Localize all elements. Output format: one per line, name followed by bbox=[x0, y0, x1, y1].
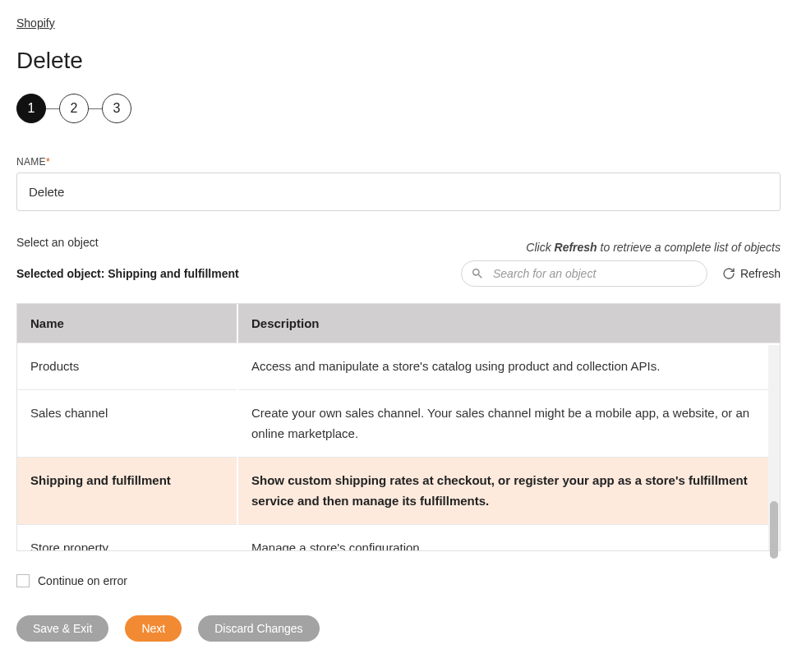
refresh-helper-text: Click Refresh to retrieve a complete lis… bbox=[526, 241, 781, 254]
column-header-description: Description bbox=[237, 304, 780, 343]
continue-on-error-label: Continue on error bbox=[38, 574, 127, 587]
table-row[interactable]: Shipping and fulfillmentShow custom ship… bbox=[17, 457, 780, 524]
step-3[interactable]: 3 bbox=[102, 94, 131, 123]
discard-changes-button[interactable]: Discard Changes bbox=[198, 615, 319, 642]
object-table: Name Description ProductsAccess and mani… bbox=[16, 303, 781, 551]
selected-object-label: Selected object: Shipping and fulfillmen… bbox=[16, 267, 239, 280]
cell-name: Products bbox=[17, 343, 237, 390]
scrollbar-track[interactable] bbox=[768, 345, 780, 550]
search-input[interactable] bbox=[461, 260, 707, 287]
continue-on-error-checkbox[interactable] bbox=[16, 574, 30, 587]
step-connector bbox=[46, 108, 59, 109]
cell-name: Sales channel bbox=[17, 389, 237, 457]
column-header-name: Name bbox=[17, 304, 237, 343]
name-field-label: NAME* bbox=[16, 156, 781, 168]
step-2[interactable]: 2 bbox=[59, 94, 89, 123]
cell-description: Show custom shipping rates at checkout, … bbox=[237, 457, 780, 524]
next-button[interactable]: Next bbox=[125, 615, 182, 642]
cell-name: Store property bbox=[17, 524, 237, 550]
breadcrumb-shopify[interactable]: Shopify bbox=[16, 16, 55, 30]
cell-description: Manage a store's configuration. bbox=[237, 524, 780, 550]
cell-name: Shipping and fulfillment bbox=[17, 457, 237, 524]
refresh-button[interactable]: Refresh bbox=[722, 267, 781, 280]
table-scroll-area[interactable]: Name Description ProductsAccess and mani… bbox=[17, 304, 780, 550]
search-icon bbox=[471, 267, 484, 280]
name-input[interactable] bbox=[16, 173, 781, 211]
page-title: Delete bbox=[16, 48, 781, 74]
step-connector bbox=[89, 108, 102, 109]
select-object-label: Select an object bbox=[16, 236, 99, 249]
scrollbar-thumb[interactable] bbox=[770, 501, 778, 559]
save-exit-button[interactable]: Save & Exit bbox=[16, 615, 108, 642]
table-row[interactable]: ProductsAccess and manipulate a store's … bbox=[17, 343, 780, 390]
refresh-icon bbox=[722, 267, 735, 280]
cell-description: Create your own sales channel. Your sale… bbox=[237, 389, 780, 457]
table-row[interactable]: Sales channelCreate your own sales chann… bbox=[17, 389, 780, 457]
step-1[interactable]: 1 bbox=[16, 94, 46, 123]
refresh-label: Refresh bbox=[740, 267, 781, 280]
cell-description: Access and manipulate a store's catalog … bbox=[237, 343, 780, 390]
stepper: 1 2 3 bbox=[16, 94, 781, 123]
table-row[interactable]: Store propertyManage a store's configura… bbox=[17, 524, 780, 550]
